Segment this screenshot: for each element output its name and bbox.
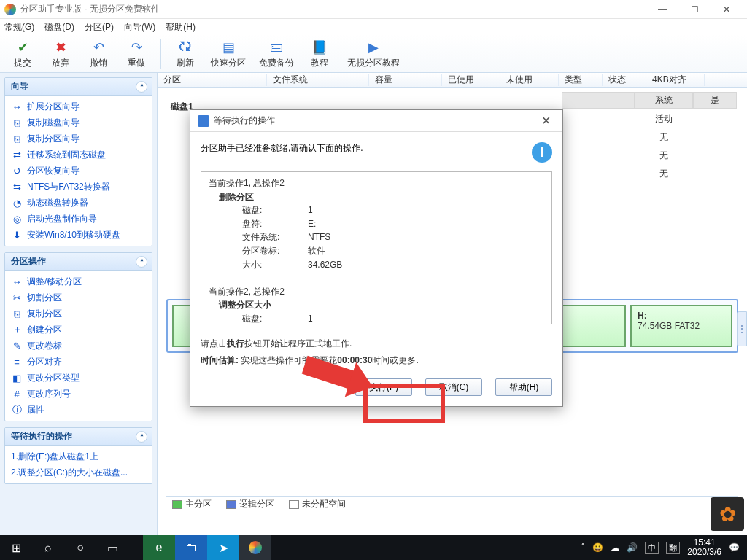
wizard-item-3[interactable]: ⇄迁移系统到固态磁盘 (7, 147, 150, 163)
window-title: 分区助手专业版 - 无损分区免费软件 (20, 3, 646, 15)
ops-item-3[interactable]: ＋创建分区 (7, 322, 150, 338)
menu-help[interactable]: 帮助(H) (166, 21, 196, 34)
ops-item-0[interactable]: ↔调整/移动分区 (7, 273, 150, 289)
toolbar-undo[interactable]: ↶撤销 (82, 36, 115, 71)
dialog-titlebar[interactable]: 等待执行的操作 ✕ (190, 110, 562, 132)
toolbar-refresh[interactable]: 🗘刷新 (169, 36, 202, 71)
toolbar-course[interactable]: ▶无损分区教程 (341, 36, 406, 71)
ops-item-1[interactable]: ✂切割分区 (7, 289, 150, 306)
cortana-button[interactable]: ○ (64, 535, 96, 560)
taskbar-app-1[interactable]: e (143, 535, 175, 560)
chevron-up-icon[interactable]: ˄ (136, 431, 147, 443)
toolbar-redo[interactable]: ↷重做 (120, 36, 153, 71)
wizard-item-0[interactable]: ↔扩展分区向导 (7, 98, 150, 114)
wizard-item-6[interactable]: ◔动态磁盘转换器 (7, 195, 150, 211)
side-collapse-handle[interactable]: ⋮ (737, 311, 747, 346)
pending-item-2[interactable]: 2.调整分区(C:)的大小在磁盘... (7, 464, 150, 481)
col-status[interactable]: 状态 (603, 74, 646, 86)
op2-details: 磁盘:1盘符:C:文件系统:NTFS分区卷标:Win7 (242, 312, 338, 324)
side-panel: 向导˄ ↔扩展分区向导⎘复制磁盘向导⎘复制分区向导⇄迁移系统到固态磁盘↺分区恢复… (0, 73, 158, 535)
tray-network-icon[interactable]: 😀 (592, 542, 603, 553)
start-button[interactable]: ⊞ (0, 535, 32, 560)
wizard-item-8[interactable]: ⬇安装Win8/10到移动硬盘 (7, 227, 150, 243)
ops-item-6[interactable]: ◧更改分区类型 (7, 370, 150, 386)
toolbar-tutorial[interactable]: 📘教程 (303, 36, 336, 71)
toolbar-backup[interactable]: 🖴免费备份 (255, 36, 298, 71)
tray-volume-icon[interactable]: 🔊 (627, 542, 638, 553)
menu-general[interactable]: 常规(G) (4, 21, 34, 34)
ops-icon: ＋ (11, 324, 23, 335)
menu-bar: 常规(G) 磁盘(D) 分区(P) 向导(W) 帮助(H) (0, 19, 747, 35)
toolbar-quick-partition[interactable]: ▤快速分区 (206, 36, 250, 71)
col-capacity[interactable]: 容量 (369, 74, 442, 86)
media-widget[interactable]: ✿ (711, 497, 744, 531)
undo-icon: ↶ (90, 39, 107, 56)
op1-details: 磁盘:1盘符:E:文件系统:NTFS分区卷标:软件大小:34.62GB (242, 203, 349, 271)
wizard-panel-header[interactable]: 向导˄ (5, 78, 152, 96)
col-unused[interactable]: 未使用 (500, 74, 559, 86)
taskbar-app-2[interactable]: 🗀 (175, 535, 207, 560)
wizard-icon: ⎘ (11, 133, 23, 144)
ime-indicator-2[interactable]: 翻 (666, 542, 680, 554)
cancel-button[interactable]: 取消(C) (425, 378, 482, 396)
wizard-item-4[interactable]: ↺分区恢复向导 (7, 163, 150, 179)
toolbar-commit[interactable]: ✔提交 (6, 36, 39, 71)
ops-item-4[interactable]: ✎更改卷标 (7, 338, 150, 354)
partition-grid-header: 分区 文件系统 容量 已使用 未使用 类型 状态 4KB对齐 (158, 73, 747, 88)
wizard-icon: ◔ (11, 197, 23, 209)
operation-list[interactable]: 当前操作1, 总操作2 删除分区 磁盘:1盘符:E:文件系统:NTFS分区卷标:… (201, 171, 552, 324)
pending-panel-header[interactable]: 等待执行的操作˄ (5, 428, 152, 446)
minimize-button[interactable]: — (646, 0, 678, 19)
chevron-up-icon[interactable]: ˄ (136, 256, 147, 268)
wizard-item-1[interactable]: ⎘复制磁盘向导 (7, 114, 150, 131)
dialog-message: 分区助手已经准备就绪,请确认下面的操作. (201, 142, 525, 155)
legend-unalloc: 未分配空间 (289, 498, 346, 510)
taskview-button[interactable]: ▭ (96, 535, 128, 560)
wizard-item-5[interactable]: ⇆NTFS与FAT32转换器 (7, 179, 150, 195)
notifications-icon[interactable]: 💬 (729, 542, 740, 553)
close-button[interactable]: ✕ (711, 0, 743, 19)
check-icon: ✔ (14, 39, 31, 56)
maximize-button[interactable]: ☐ (678, 0, 711, 19)
taskbar: ⊞ ⌕ ○ ▭ e 🗀 ➤ ˄ 😀 ☁ 🔊 中 翻 15:41 2020/3/6… (0, 535, 747, 560)
wizard-item-2[interactable]: ⎘复制分区向导 (7, 131, 150, 147)
taskbar-app-4[interactable] (239, 535, 271, 560)
ops-panel-header[interactable]: 分区操作˄ (5, 253, 152, 271)
col-used[interactable]: 已使用 (442, 74, 500, 86)
system-tray[interactable]: ˄ 😀 ☁ 🔊 中 翻 15:41 2020/3/6 💬 (573, 538, 747, 557)
info-icon: i (532, 142, 552, 163)
ops-item-2[interactable]: ⎘复制分区 (7, 306, 150, 322)
pending-panel: 等待执行的操作˄ 1.删除(E:)盘从磁盘1上 2.调整分区(C:)的大小在磁盘… (4, 427, 152, 484)
search-button[interactable]: ⌕ (32, 535, 64, 560)
redo-icon: ↷ (128, 39, 145, 56)
ops-item-7[interactable]: #更改序列号 (7, 386, 150, 402)
help-button[interactable]: 帮助(H) (495, 378, 552, 396)
ime-indicator-1[interactable]: 中 (645, 542, 659, 554)
col-partition[interactable]: 分区 (158, 74, 267, 86)
col-4kb[interactable]: 4KB对齐 (646, 74, 705, 86)
dialog-icon (198, 115, 209, 127)
wizard-item-7[interactable]: ◎启动光盘制作向导 (7, 211, 150, 227)
col-type[interactable]: 类型 (559, 74, 603, 86)
ops-item-8[interactable]: ⓘ属性 (7, 402, 150, 418)
wizard-icon: ◎ (11, 213, 23, 225)
taskbar-app-3[interactable]: ➤ (207, 535, 239, 560)
partition-bar-h[interactable]: H: 74.54GB FAT32 (630, 305, 732, 347)
wizard-icon: ↺ (11, 165, 23, 176)
tray-cloud-icon[interactable]: ☁ (611, 542, 619, 553)
pending-item-1[interactable]: 1.删除(E:)盘从磁盘1上 (7, 448, 150, 464)
tray-chevron-icon[interactable]: ˄ (581, 542, 585, 553)
menu-wizard[interactable]: 向导(W) (124, 21, 155, 34)
wizard-icon: ⎘ (11, 117, 23, 128)
wizard-icon: ⇄ (11, 149, 23, 160)
clock[interactable]: 15:41 2020/3/6 (687, 538, 721, 557)
ops-icon: ✎ (11, 340, 23, 351)
menu-partition[interactable]: 分区(P) (85, 21, 114, 34)
ops-item-5[interactable]: ≡分区对齐 (7, 354, 150, 370)
col-fs[interactable]: 文件系统 (267, 74, 369, 86)
dialog-title: 等待执行的操作 (214, 114, 275, 127)
menu-disk[interactable]: 磁盘(D) (44, 21, 74, 34)
chevron-up-icon[interactable]: ˄ (136, 81, 147, 93)
toolbar-discard[interactable]: ✖放弃 (44, 36, 77, 71)
dialog-close-button[interactable]: ✕ (537, 114, 555, 128)
